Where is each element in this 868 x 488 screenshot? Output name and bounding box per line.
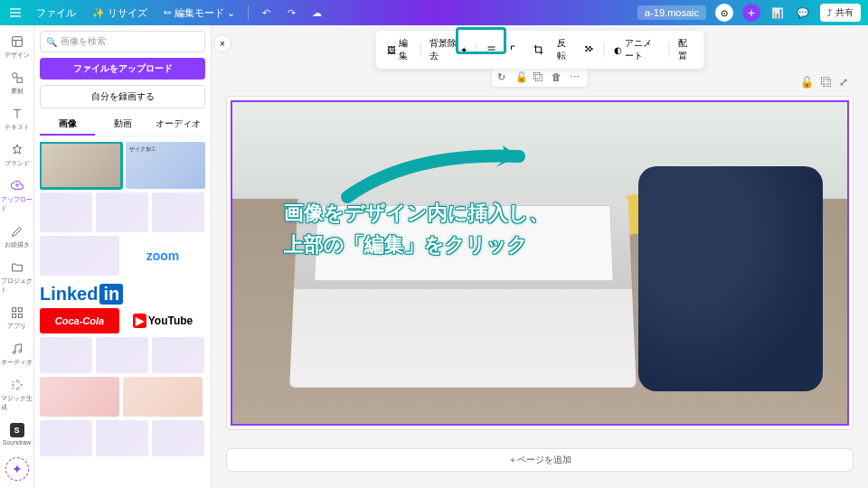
tab-audio[interactable]: オーディオ [150, 114, 205, 136]
add-page-button[interactable]: ＋ページを追加 [226, 448, 854, 472]
crop-button[interactable] [528, 42, 550, 58]
shapes-icon [10, 70, 24, 85]
sidebar-item-project[interactable]: プロジェクト [1, 257, 33, 298]
sidebar-item-apps[interactable]: アプリ [1, 302, 33, 334]
record-self-button[interactable]: 自分を録画する [40, 85, 205, 108]
brand-icon [10, 143, 24, 157]
align-button[interactable] [481, 42, 503, 58]
page-toolbar: ↻ 🔓 ⿻ 🗑 ⋯ [492, 69, 588, 87]
canva-logo-icon[interactable]: ⊙ [715, 4, 733, 22]
sidebar-item-design[interactable]: デザイン [1, 31, 33, 63]
tab-video[interactable]: 動画 [95, 114, 150, 136]
trash-icon[interactable]: 🗑 [552, 71, 564, 84]
duplicate-icon[interactable]: ⿻ [533, 71, 546, 84]
upload-thumb[interactable] [40, 420, 92, 456]
image-content: STARTUP [232, 102, 847, 424]
collapse-panel-button[interactable]: × [213, 34, 231, 52]
edit-image-button[interactable]: 🖼 編集 [382, 34, 417, 65]
sidebar-item-magic-gen[interactable]: マジック生成 [1, 374, 33, 416]
cloud-sync-icon[interactable]: ☁ [308, 5, 325, 21]
sidebar-item-text[interactable]: テキスト [1, 103, 33, 136]
upload-thumb[interactable] [152, 420, 204, 456]
upload-thumb[interactable] [40, 377, 119, 417]
upload-file-button[interactable]: ファイルをアップロード [40, 58, 205, 80]
checker-icon [584, 44, 595, 55]
upload-thumb-cocacola[interactable]: Coca-Cola [40, 308, 119, 333]
position-button[interactable]: 配置 [673, 34, 698, 65]
project-name[interactable]: a-19.mosaic [637, 5, 706, 20]
crop-icon [533, 44, 544, 55]
cloud-upload-icon [10, 179, 24, 193]
lock-icon[interactable]: 🔓 [515, 71, 528, 84]
flip-button[interactable]: 反転 [552, 34, 577, 65]
add-member-button[interactable]: + [742, 4, 760, 22]
svg-rect-4 [18, 308, 22, 312]
sidebar-item-soundraw[interactable]: S Soundraw [1, 419, 33, 449]
grid-icon [10, 305, 24, 320]
edit-mode-menu[interactable]: ✏ 編集モード ⌄ [160, 5, 239, 22]
more-icon[interactable]: ⋯ [570, 71, 582, 84]
upload-thumb-zoom[interactable]: zoom [123, 236, 203, 276]
upload-thumb[interactable]: ザイク加工 [126, 142, 205, 189]
duplicate-page-icon[interactable]: ⿻ [821, 76, 832, 89]
expand-icon[interactable]: ⤢ [839, 76, 848, 89]
tab-image[interactable]: 画像 [40, 114, 95, 136]
corner-button[interactable] [505, 42, 526, 58]
uploads-grid: ザイク加工 zoom Linkedin Coca-Cola [40, 142, 205, 483]
file-menu[interactable]: ファイル [33, 5, 80, 22]
left-rail: デザイン 素材 テキスト ブランド アップロード お絵描き プロジェクト アプ [0, 25, 34, 488]
sidebar-item-draw[interactable]: お絵描き [1, 221, 33, 253]
transparency-button[interactable] [579, 42, 600, 58]
svg-point-1 [12, 73, 16, 78]
upload-thumb-linkedin[interactable]: Linkedin [40, 279, 203, 308]
share-button[interactable]: ⤴ 共有 [820, 4, 861, 22]
resize-menu[interactable]: ✨ リサイズ [89, 5, 151, 22]
svg-rect-12 [591, 48, 593, 50]
undo-icon[interactable]: ↶ [258, 5, 274, 21]
sparkle-icon [10, 378, 24, 392]
menu-icon[interactable] [7, 5, 24, 21]
comment-icon[interactable]: 💬 [795, 5, 811, 21]
upload-icon: ⤴ [827, 8, 832, 18]
selected-image[interactable]: STARTUP [231, 100, 849, 426]
svg-rect-10 [590, 46, 591, 48]
upload-thumb[interactable] [40, 192, 92, 232]
upload-thumb[interactable] [40, 337, 92, 373]
redo-icon[interactable]: ↷ [283, 5, 299, 21]
sidebar-item-upload[interactable]: アップロード [1, 175, 33, 217]
upload-thumb[interactable] [40, 236, 119, 276]
lines-icon [486, 44, 497, 55]
design-canvas[interactable]: STARTUP [226, 96, 854, 430]
svg-rect-9 [586, 46, 588, 48]
upload-thumb[interactable] [40, 142, 122, 189]
template-icon [10, 34, 24, 49]
search-icon: 🔍 [46, 37, 57, 47]
upload-thumb-youtube[interactable]: ▶ YouTube [123, 308, 203, 333]
tutorial-annotation: 画像をデザイン内に挿入し、 上部の「編集」をクリック [284, 197, 682, 260]
upload-thumb[interactable] [96, 192, 148, 232]
sidebar-item-elements[interactable]: 素材 [1, 67, 33, 99]
upload-thumb[interactable] [152, 337, 204, 373]
sidebar-item-audio[interactable]: オーディオ [1, 338, 33, 371]
svg-rect-3 [12, 308, 15, 312]
sidebar-item-brand[interactable]: ブランド [1, 139, 33, 172]
svg-rect-13 [586, 50, 588, 52]
remove-bg-button[interactable]: 背景除去 ✦ [424, 34, 473, 65]
lock-page-icon[interactable]: 🔓 [800, 76, 814, 89]
text-icon [10, 107, 24, 121]
magic-plus-button[interactable]: ✦ [5, 457, 29, 481]
image-icon: 🖼 [387, 45, 396, 55]
sync-icon[interactable]: ↻ [497, 71, 510, 84]
motion-icon: ◐ [614, 45, 622, 55]
animate-button[interactable]: ◐ アニメート [609, 34, 665, 65]
canvas-area: 🖼 編集 背景除去 ✦ 反転 ◐ [212, 25, 868, 488]
top-bar: ファイル ✨ リサイズ ✏ 編集モード ⌄ ↶ ↷ ☁ a-19.mosaic … [0, 0, 868, 25]
upload-thumb[interactable] [96, 337, 148, 373]
upload-thumb[interactable] [152, 192, 204, 232]
upload-thumb[interactable] [123, 377, 203, 417]
chart-icon[interactable]: 📊 [769, 5, 786, 21]
upload-thumb[interactable] [96, 420, 148, 456]
svg-rect-11 [588, 48, 590, 50]
svg-point-7 [13, 352, 15, 354]
search-input[interactable]: 🔍 画像を検索 [40, 31, 205, 52]
